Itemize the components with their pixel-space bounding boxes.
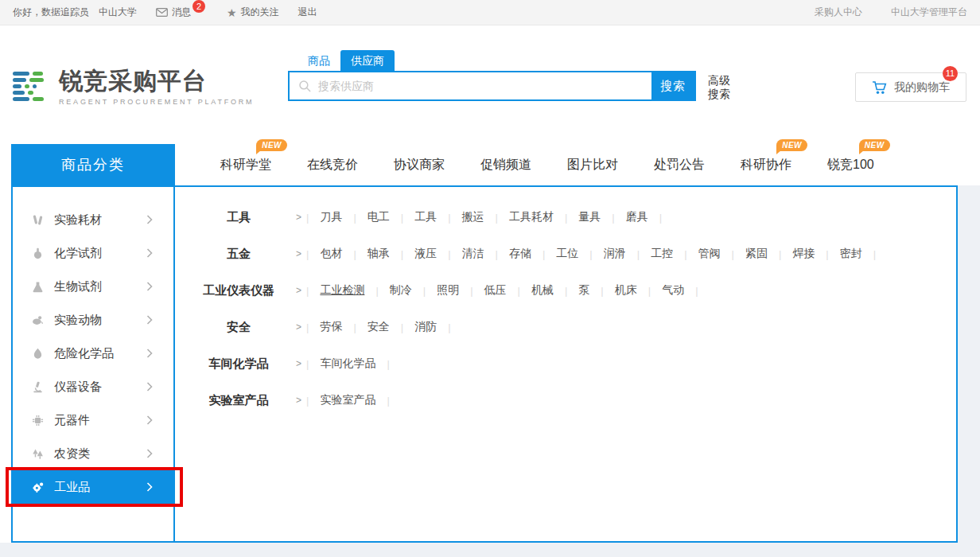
- category-item-link[interactable]: 量具: [567, 210, 612, 224]
- category-items: |包材|轴承|液压|清洁|存储|工位|润滑|工控|管阀|紧固|焊接|密封|: [306, 247, 876, 261]
- greeting-text: 你好，数据追踪员: [13, 6, 89, 19]
- category-item-link[interactable]: 劳保: [309, 320, 353, 334]
- category-item-link[interactable]: 搬运: [451, 210, 496, 224]
- category-item-link[interactable]: 存储: [498, 247, 542, 261]
- category-row: 安全>|劳保|安全|消防|: [189, 309, 956, 345]
- chevron-right-icon: >: [296, 212, 301, 223]
- navbar: 商品分类 科研学堂NEW在线竞价协议商家促销频道图片比对处罚公告科研协作NEW锐…: [0, 144, 980, 185]
- category-item-link[interactable]: 润滑: [593, 247, 637, 261]
- nav-item[interactable]: 在线竞价: [307, 157, 358, 173]
- chevron-right-icon: [146, 415, 153, 425]
- page-background-right: [958, 185, 980, 543]
- category-label[interactable]: 安全: [189, 320, 288, 335]
- category-item-link[interactable]: 工控: [640, 247, 684, 261]
- category-label[interactable]: 工业仪表仪器: [189, 283, 288, 298]
- category-row: 工具>|刀具|电工|工具|搬运|工具耗材|量具|磨具|: [189, 199, 956, 236]
- category-item-link[interactable]: 磨具: [615, 210, 659, 224]
- separator: |: [695, 285, 698, 297]
- category-item-link[interactable]: 轴承: [356, 247, 401, 261]
- logo-subtitle: REAGENT PROCUREMENT PLATFORM: [59, 98, 254, 106]
- category-item-link[interactable]: 电工: [356, 210, 401, 224]
- university-admin-link[interactable]: 中山大学管理平台: [891, 6, 967, 19]
- sidebar-item[interactable]: 仪器设备: [13, 370, 173, 403]
- category-item-link[interactable]: 机械: [520, 283, 565, 298]
- tab-products[interactable]: 商品: [298, 50, 340, 71]
- advanced-search-link[interactable]: 高级搜索: [708, 74, 733, 101]
- category-item-link[interactable]: 工位: [545, 247, 589, 261]
- category-item-link[interactable]: 照明: [426, 283, 470, 298]
- favorites-link[interactable]: ★ 我的关注: [227, 6, 279, 19]
- category-item-link[interactable]: 泵: [567, 283, 601, 298]
- category-items: |劳保|安全|消防|: [306, 320, 451, 334]
- search-tabs: 商品 供应商: [298, 50, 749, 71]
- category-item-link[interactable]: 液压: [403, 247, 448, 261]
- new-badge: NEW: [256, 139, 287, 151]
- category-item-link[interactable]: 低压: [473, 283, 518, 298]
- org-link[interactable]: 中山大学: [99, 6, 137, 19]
- category-item-link[interactable]: 机床: [604, 283, 648, 298]
- category-label[interactable]: 工具: [189, 210, 288, 225]
- nav-item[interactable]: 科研学堂NEW: [220, 157, 271, 173]
- nav-item[interactable]: 促销频道: [480, 157, 531, 173]
- cart-button[interactable]: 我的购物车 11: [855, 72, 966, 102]
- nav-item-label: 锐竞100: [827, 158, 874, 171]
- messages-link[interactable]: 消息 2: [156, 6, 208, 19]
- chevron-right-icon: [146, 349, 153, 358]
- category-content: 工具>|刀具|电工|工具|搬运|工具耗材|量具|磨具|五金>|包材|轴承|液压|…: [175, 187, 956, 541]
- search-icon: [298, 80, 312, 93]
- category-item-link[interactable]: 清洁: [451, 247, 496, 261]
- search-box: 搜索: [288, 71, 696, 101]
- category-item-link[interactable]: 管阀: [687, 247, 732, 261]
- chip-icon: [32, 415, 44, 427]
- topbar-right: 采购人中心 中山大学管理平台: [815, 6, 967, 19]
- category-item-link[interactable]: 工具耗材: [498, 210, 565, 224]
- category-item-link[interactable]: 工具: [403, 210, 448, 224]
- sidebar-item-label: 工业品: [54, 480, 146, 495]
- category-item-link[interactable]: 刀具: [309, 210, 353, 224]
- logo[interactable]: 锐竞采购平台 REAGENT PROCUREMENT PLATFORM: [11, 67, 254, 108]
- envelope-icon: [156, 8, 168, 17]
- category-label[interactable]: 五金: [189, 247, 288, 262]
- sidebar-item[interactable]: 实验动物: [13, 303, 173, 337]
- category-menu-button[interactable]: 商品分类: [11, 144, 175, 185]
- category-item-link[interactable]: 包材: [309, 247, 353, 261]
- category-item-link[interactable]: 安全: [356, 320, 401, 334]
- cart-icon: [872, 80, 888, 95]
- search-input[interactable]: [290, 72, 651, 99]
- test-tubes-icon: [32, 214, 44, 226]
- chevron-right-icon: >: [296, 321, 301, 333]
- category-item-link[interactable]: 紧固: [734, 247, 779, 261]
- nav-item[interactable]: 处罚公告: [654, 157, 705, 173]
- category-label[interactable]: 实验室产品: [189, 393, 288, 408]
- category-item-link[interactable]: 车间化学品: [309, 356, 387, 371]
- nav-item[interactable]: 协议商家: [394, 157, 445, 173]
- category-item-link[interactable]: 气动: [651, 283, 695, 298]
- category-item-link[interactable]: 制冷: [379, 283, 423, 298]
- round-flask-icon: [32, 247, 44, 259]
- sidebar-item[interactable]: 实验耗材: [13, 203, 173, 236]
- category-item-link[interactable]: 焊接: [781, 247, 826, 261]
- category-item-link[interactable]: 密封: [829, 247, 873, 261]
- logo-text: 锐竞采购平台 REAGENT PROCUREMENT PLATFORM: [59, 67, 254, 106]
- search-button[interactable]: 搜索: [651, 72, 694, 99]
- nav-item-label: 协议商家: [394, 158, 445, 171]
- sidebar-item[interactable]: 元器件: [13, 403, 173, 437]
- sidebar-item[interactable]: 工业品: [13, 470, 173, 504]
- buyer-center-link[interactable]: 采购人中心: [815, 6, 862, 19]
- category-label[interactable]: 车间化学品: [189, 356, 288, 372]
- category-row: 实验室产品>|实验室产品|: [189, 382, 956, 419]
- nav-item[interactable]: 锐竞100NEW: [827, 157, 874, 173]
- sidebar-item[interactable]: 生物试剂: [13, 270, 173, 303]
- logout-link[interactable]: 退出: [298, 6, 317, 19]
- tab-suppliers[interactable]: 供应商: [340, 50, 395, 71]
- category-item-link[interactable]: 实验室产品: [309, 393, 387, 407]
- category-item-link[interactable]: 工业检测: [309, 283, 375, 298]
- sidebar-item-label: 农资类: [54, 446, 146, 462]
- sidebar-item[interactable]: 危险化学品: [13, 337, 173, 370]
- nav-item[interactable]: 图片比对: [567, 157, 618, 173]
- microscope-icon: [32, 381, 44, 393]
- sidebar-item[interactable]: 化学试剂: [13, 236, 173, 270]
- nav-item[interactable]: 科研协作NEW: [741, 157, 791, 173]
- sidebar-item[interactable]: 农资类: [13, 437, 173, 470]
- category-item-link[interactable]: 消防: [403, 320, 448, 334]
